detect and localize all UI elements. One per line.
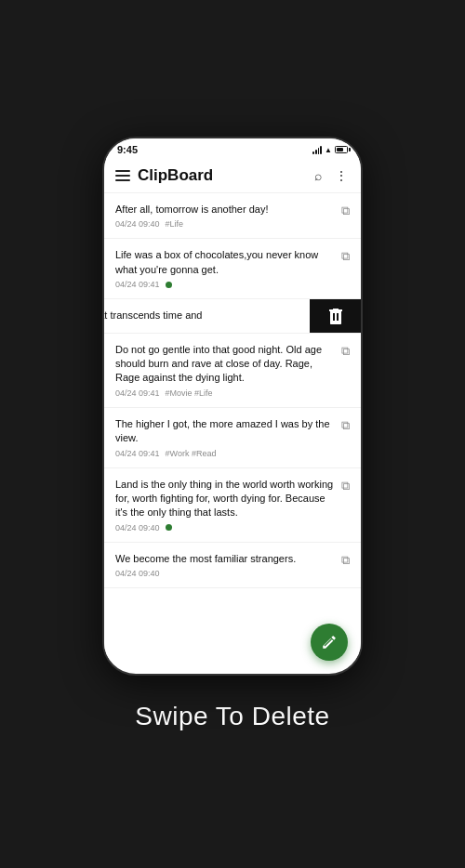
list-item: We become the most familiar strangers. 0… [104, 543, 361, 588]
clip-meta: 04/24 09:41 #Work #Read [115, 449, 336, 458]
list-item: After all, tomorrow is another day! 04/2… [104, 193, 361, 239]
status-time: 9:45 [117, 144, 138, 155]
battery-fill [337, 148, 343, 151]
app-title: ClipBoard [138, 166, 312, 185]
clip-content: The higher I got, the more amazed I was … [115, 417, 341, 458]
bottom-label: Swipe To Delete [135, 702, 329, 731]
swipe-item-wrapper: ⧉ · thing that transcends time and [104, 299, 361, 333]
copy-icon[interactable]: ⧉ [341, 249, 350, 264]
more-icon[interactable]: ⋮ [333, 166, 350, 185]
swipe-item-content: · thing that transcends time and [104, 299, 305, 332]
app-bar-actions: ⌕ ⋮ [312, 166, 350, 185]
clip-text: · thing that transcends time and [104, 309, 288, 322]
copy-icon[interactable]: ⧉ [341, 553, 350, 568]
clip-content: Do not go gentle into that good night. O… [115, 343, 341, 398]
search-icon[interactable]: ⌕ [312, 166, 324, 185]
phone-device: 9:45 ▲ ClipBoard ⌕ [102, 137, 363, 676]
clip-text: The higher I got, the more amazed I was … [115, 417, 336, 446]
clip-meta: 04/24 09:40 [115, 569, 336, 578]
clip-date: 04/24 09:40 [115, 523, 160, 533]
clip-content: Life was a box of chocolates,you never k… [115, 248, 341, 289]
clip-tag: #Work #Read [166, 449, 217, 458]
clip-meta: 04/24 09:41 #Movie #Life [115, 388, 336, 398]
copy-icon[interactable]: ⧉ [341, 204, 350, 218]
copy-icon[interactable]: ⧉ [341, 418, 350, 433]
clip-date: 04/24 09:40 [115, 569, 160, 578]
clip-text: After all, tomorrow is another day! [115, 203, 336, 217]
clip-content: · thing that transcends time and [104, 309, 294, 322]
clip-tag: #Movie #Life [166, 388, 213, 398]
status-bar: 9:45 ▲ [104, 138, 361, 159]
clip-text: Do not go gentle into that good night. O… [115, 343, 336, 386]
clip-list: After all, tomorrow is another day! 04/2… [104, 193, 361, 658]
list-item: The higher I got, the more amazed I was … [104, 408, 361, 468]
copy-icon[interactable]: ⧉ [341, 479, 350, 493]
list-item: Land is the only thing in the world wort… [104, 468, 361, 543]
clip-date: 04/24 09:40 [115, 219, 160, 229]
list-item: Do not go gentle into that good night. O… [104, 334, 361, 408]
clip-content: After all, tomorrow is another day! 04/2… [115, 203, 341, 229]
green-dot [166, 282, 172, 288]
phone-wrapper: 9:45 ▲ ClipBoard ⌕ [102, 137, 363, 731]
menu-icon[interactable] [115, 170, 130, 181]
list-item: Life was a box of chocolates,you never k… [104, 239, 361, 299]
clip-date: 04/24 09:41 [115, 388, 160, 398]
clip-text: Land is the only thing in the world wort… [115, 478, 336, 520]
clip-date: 04/24 09:41 [115, 449, 160, 458]
clip-tag: #Life [166, 219, 184, 229]
battery-icon [335, 146, 348, 153]
clip-meta: 04/24 09:40 #Life [115, 219, 336, 229]
swipe-delete-button[interactable] [310, 299, 361, 332]
copy-icon[interactable]: ⧉ [341, 344, 350, 359]
wifi-icon: ▲ [325, 146, 332, 154]
status-icons: ▲ [312, 146, 348, 154]
clip-meta: 04/24 09:41 [115, 280, 336, 289]
clip-meta: 04/24 09:40 [115, 523, 336, 533]
green-dot [166, 524, 172, 531]
clip-date: 04/24 09:41 [115, 280, 160, 289]
clip-text: We become the most familiar strangers. [115, 552, 336, 566]
clip-content: We become the most familiar strangers. 0… [115, 552, 341, 578]
fab-edit-button[interactable] [311, 624, 348, 661]
clip-content: Land is the only thing in the world wort… [115, 478, 341, 533]
clip-text: Life was a box of chocolates,you never k… [115, 248, 336, 277]
signal-icon [312, 146, 322, 154]
app-bar: ClipBoard ⌕ ⋮ [104, 159, 361, 193]
